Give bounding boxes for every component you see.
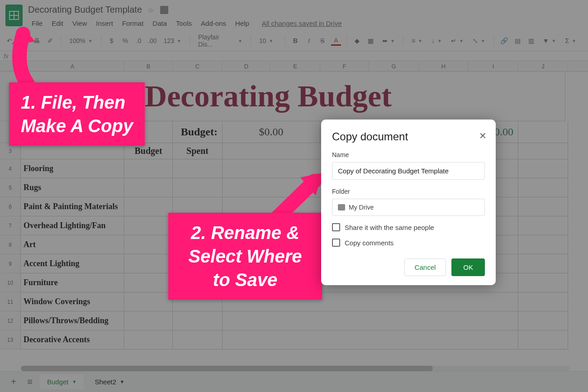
filter-icon[interactable]: ▼▼ — [540, 37, 559, 44]
cell[interactable] — [518, 235, 568, 254]
cell[interactable] — [518, 330, 568, 349]
row-header[interactable]: 9 — [0, 254, 21, 273]
menu-insert[interactable]: Insert — [92, 18, 117, 29]
item-cell[interactable]: Rugs — [21, 178, 124, 197]
row-header[interactable]: 7 — [0, 216, 21, 235]
row-header[interactable]: 12 — [0, 311, 21, 330]
currency-icon[interactable]: $ — [107, 36, 117, 46]
borders-icon[interactable]: ▦ — [366, 36, 376, 46]
budget-value-cell[interactable]: $0.00 — [223, 121, 320, 143]
wrap-icon[interactable]: ↵▼ — [448, 37, 466, 44]
row-header[interactable]: 5 — [0, 178, 21, 197]
share-checkbox-row[interactable]: Share it with the same people — [332, 223, 485, 231]
item-cell[interactable]: Accent Lighting — [21, 254, 124, 273]
horizontal-scrollbar[interactable] — [21, 366, 570, 371]
cell[interactable] — [518, 216, 568, 235]
font-select[interactable]: Playfair Dis...▼ — [195, 33, 245, 48]
strike-icon[interactable]: S — [318, 36, 327, 46]
font-size-select[interactable]: 10▼ — [256, 37, 279, 44]
cancel-button[interactable]: Cancel — [404, 258, 446, 276]
cell[interactable] — [518, 178, 568, 197]
col-header-d[interactable]: D — [223, 61, 270, 71]
folder-select[interactable]: My Drive — [332, 199, 485, 216]
cell[interactable] — [124, 254, 173, 273]
halign-icon[interactable]: ≡▼ — [409, 37, 425, 44]
cell[interactable] — [518, 292, 568, 311]
valign-icon[interactable]: ↓▼ — [429, 37, 445, 44]
item-cell[interactable]: Art — [21, 235, 124, 254]
cell[interactable] — [173, 178, 223, 197]
col-header-c[interactable]: C — [173, 61, 223, 71]
cell[interactable] — [173, 311, 223, 330]
cell[interactable] — [124, 292, 173, 311]
save-status[interactable]: All changes saved in Drive — [262, 19, 342, 27]
share-checkbox[interactable] — [332, 223, 340, 231]
cell[interactable] — [518, 273, 568, 292]
cell[interactable] — [124, 178, 173, 197]
spent-col-header[interactable]: Spent — [173, 143, 223, 159]
cell[interactable] — [223, 311, 518, 330]
col-header-h[interactable]: H — [419, 61, 469, 71]
cell[interactable] — [173, 159, 223, 178]
fill-color-icon[interactable]: ◆ — [352, 36, 362, 46]
link-icon[interactable]: 🔗 — [499, 36, 509, 46]
rotate-icon[interactable]: ⤡▼ — [470, 37, 488, 44]
comment-icon[interactable]: ▤ — [513, 36, 523, 46]
item-cell[interactable]: Decorative Accents — [21, 330, 124, 349]
comments-checkbox[interactable] — [332, 239, 340, 247]
cell[interactable] — [173, 330, 223, 349]
menu-data[interactable]: Data — [149, 18, 171, 29]
menu-view[interactable]: View — [69, 18, 90, 29]
col-header-g[interactable]: G — [369, 61, 419, 71]
doc-title[interactable]: Decorating Budget Template — [28, 4, 142, 16]
col-header-j[interactable]: J — [518, 61, 568, 71]
cell[interactable] — [518, 121, 568, 143]
menu-help[interactable]: Help — [232, 18, 253, 29]
all-sheets-button[interactable]: ≡ — [24, 376, 36, 388]
col-header-b[interactable]: B — [124, 61, 173, 71]
col-header-f[interactable]: F — [320, 61, 369, 71]
cell[interactable] — [124, 159, 173, 178]
row-header[interactable]: 8 — [0, 235, 21, 254]
menu-format[interactable]: Format — [119, 18, 147, 29]
zoom-select[interactable]: 100%▼ — [66, 37, 95, 44]
formula-bar[interactable]: fx — [0, 51, 588, 61]
menu-tools[interactable]: Tools — [172, 18, 195, 29]
item-cell[interactable]: Pillows/Throws/Bedding — [21, 311, 124, 330]
item-cell[interactable]: Flooring — [21, 159, 124, 178]
menu-addons[interactable]: Add-ons — [197, 18, 230, 29]
row-header[interactable]: 6 — [0, 197, 21, 216]
cell[interactable] — [124, 235, 173, 254]
cell[interactable] — [124, 330, 173, 349]
cell[interactable] — [124, 216, 173, 235]
number-format-select[interactable]: 123▼ — [161, 37, 184, 44]
chart-icon[interactable]: ▥ — [526, 36, 536, 46]
row-header[interactable]: 11 — [0, 292, 21, 311]
folder-move-icon[interactable] — [160, 6, 168, 14]
percent-icon[interactable]: % — [120, 36, 130, 46]
item-cell[interactable]: Window Coverings — [21, 292, 124, 311]
decrease-decimal-icon[interactable]: .0 — [134, 36, 144, 46]
col-header-e[interactable]: E — [270, 61, 320, 71]
cell[interactable] — [516, 72, 565, 121]
budget-label-cell[interactable]: Budget: — [173, 121, 223, 143]
add-sheet-button[interactable]: + — [7, 376, 20, 388]
row-header[interactable]: 4 — [0, 159, 21, 178]
sheet-tab-sheet2[interactable]: Sheet2▼ — [87, 374, 131, 389]
row-header[interactable]: 13 — [0, 330, 21, 349]
cell[interactable] — [518, 311, 568, 330]
bold-icon[interactable]: B — [290, 36, 300, 46]
cell[interactable] — [518, 197, 568, 216]
star-icon[interactable]: ☆ — [147, 6, 156, 14]
merge-icon[interactable]: ⬌▼ — [379, 37, 398, 44]
item-cell[interactable]: Paint & Painting Materials — [21, 197, 124, 216]
cell[interactable] — [518, 143, 568, 159]
cell[interactable] — [518, 254, 568, 273]
row-header[interactable]: 10 — [0, 273, 21, 292]
item-cell[interactable]: Overhead Lighting/Fan — [21, 216, 124, 235]
functions-icon[interactable]: Σ▼ — [562, 37, 579, 44]
text-color-icon[interactable]: A — [331, 36, 341, 46]
italic-icon[interactable]: I — [304, 36, 314, 46]
cell[interactable] — [518, 159, 568, 178]
increase-decimal-icon[interactable]: .00 — [147, 36, 157, 46]
